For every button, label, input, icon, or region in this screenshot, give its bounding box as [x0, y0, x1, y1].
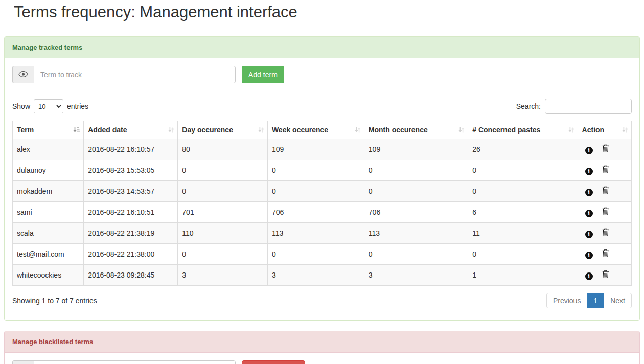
column-header-added-date[interactable]: Added date: [84, 121, 178, 139]
cell-actions: i: [578, 244, 631, 265]
table-row: scala2016-08-22 21:38:1911011311311i: [13, 223, 632, 244]
table-row: sami2016-08-22 16:10:517017067066i: [13, 202, 632, 223]
page-title: Terms frequency: Management interface: [4, 0, 640, 27]
delete-term-button[interactable]: [602, 165, 609, 173]
cell-added-date: 2016-08-23 09:28:45: [84, 265, 178, 286]
tracked-terms-panel: Manage tracked terms Add term Show 10 en…: [4, 36, 640, 321]
delete-term-button[interactable]: [602, 186, 609, 194]
table-summary: Showing 1 to 7 of 7 entries: [12, 292, 97, 305]
blacklisted-terms-panel-header: Manage blacklisted terms: [5, 331, 639, 353]
show-term-info-button[interactable]: i: [585, 147, 593, 154]
cell-added-date: 2016-08-23 14:53:57: [84, 181, 178, 202]
info-circle-icon: i: [585, 231, 593, 238]
cell-added-date: 2016-08-22 16:10:51: [84, 202, 178, 223]
title-divider: [4, 27, 640, 27]
tracked-terms-panel-header: Manage tracked terms: [5, 37, 639, 58]
cell-month-occurence: 706: [364, 202, 468, 223]
delete-term-button[interactable]: [602, 270, 609, 278]
entries-per-page-select[interactable]: 10: [34, 99, 63, 113]
column-header-day-occurence[interactable]: Day occurence: [178, 121, 268, 139]
info-circle-icon: i: [585, 189, 593, 196]
term-input-group: [12, 66, 236, 83]
pagination-previous[interactable]: Previous: [546, 293, 587, 308]
trash-icon: [602, 251, 609, 259]
cell-day-occurence: 110: [178, 223, 268, 244]
table-row: dulaunoy2016-08-23 15:53:050000i: [13, 160, 632, 181]
blacklisted-terms-panel-body: [5, 353, 639, 364]
cell-term: dulaunoy: [13, 160, 84, 181]
eye-icon: [18, 71, 28, 79]
cell-term: mokaddem: [13, 181, 84, 202]
column-header-label: # Concerned pastes: [472, 126, 540, 134]
blacklist-term-form: [12, 360, 632, 364]
table-row: alex2016-08-22 16:10:578010910926i: [13, 139, 632, 160]
tracked-terms-panel-title: Manage tracked terms: [12, 43, 82, 51]
search-label: Search:: [516, 102, 541, 110]
blacklisted-terms-panel: Manage blacklisted terms: [4, 331, 640, 364]
column-header-month-occurence[interactable]: Month occurence: [364, 121, 468, 139]
cell-day-occurence: 0: [178, 244, 268, 265]
cell-week-occurence: 706: [267, 202, 364, 223]
sort-both-icon: [258, 127, 264, 133]
delete-term-button[interactable]: [602, 228, 609, 236]
column-header-label: Week occurence: [272, 126, 328, 134]
cell-week-occurence: 0: [267, 244, 364, 265]
pagination-next[interactable]: Next: [604, 293, 632, 308]
info-circle-icon: i: [585, 147, 593, 154]
show-term-info-button[interactable]: i: [585, 210, 593, 217]
tracked-terms-table: TermAdded dateDay occurenceWeek occurenc…: [12, 121, 632, 286]
show-term-info-button[interactable]: i: [585, 189, 593, 196]
show-term-info-button[interactable]: i: [585, 272, 593, 280]
sort-both-icon: [568, 127, 574, 133]
delete-term-button[interactable]: [602, 144, 609, 152]
table-row: whitecoockies2016-08-23 09:28:453331i: [13, 265, 632, 286]
table-footer: Showing 1 to 7 of 7 entries Previous 1 N…: [12, 292, 632, 312]
cell-term: alex: [13, 139, 84, 160]
add-term-button[interactable]: Add term: [242, 66, 284, 83]
cell-week-occurence: 113: [267, 223, 364, 244]
cell-day-occurence: 80: [178, 139, 268, 160]
cell-week-occurence: 0: [267, 181, 364, 202]
cell-term: sami: [13, 202, 84, 223]
tracked-terms-panel-body: Add term Show 10 entries Search: TermAdd…: [5, 58, 639, 320]
cell-actions: i: [578, 202, 631, 223]
column-header-week-occurence[interactable]: Week occurence: [267, 121, 364, 139]
blacklisted-terms-panel-title: Manage blacklisted terms: [12, 338, 93, 346]
table-search-input[interactable]: [545, 99, 632, 114]
term-to-blacklist-input[interactable]: [34, 360, 236, 364]
cell-added-date: 2016-08-22 16:10:57: [84, 139, 178, 160]
sort-both-icon: [168, 127, 174, 133]
table-header-row: TermAdded dateDay occurenceWeek occurenc…: [13, 121, 632, 139]
trash-icon: [602, 209, 609, 217]
eye-addon: [12, 66, 34, 83]
cell-month-occurence: 0: [364, 181, 468, 202]
column-header-label: Term: [17, 126, 34, 134]
delete-term-button[interactable]: [602, 207, 609, 215]
blacklist-term-button[interactable]: [242, 360, 305, 364]
cell-concerned-pastes: 6: [468, 202, 578, 223]
cell-actions: i: [578, 223, 631, 244]
delete-term-button[interactable]: [602, 249, 609, 257]
cell-term: test@mail.com: [13, 244, 84, 265]
cell-concerned-pastes: 0: [468, 160, 578, 181]
add-term-form: Add term: [12, 66, 632, 83]
trash-icon: [602, 167, 609, 175]
term-to-track-input[interactable]: [34, 66, 236, 83]
sort-ascending-icon: [73, 127, 80, 133]
entries-length-control: Show 10 entries: [12, 99, 88, 113]
show-term-info-button[interactable]: i: [585, 168, 593, 175]
column-header-action[interactable]: Action: [578, 121, 631, 139]
cell-week-occurence: 0: [267, 160, 364, 181]
cell-concerned-pastes: 1: [468, 265, 578, 286]
show-term-info-button[interactable]: i: [585, 231, 593, 238]
sort-both-icon: [458, 127, 465, 133]
column-header-term[interactable]: Term: [13, 121, 84, 139]
entries-label: entries: [67, 102, 88, 110]
column-header-label: Added date: [88, 126, 127, 134]
show-term-info-button[interactable]: i: [585, 252, 593, 259]
column-header-label: Month occurence: [369, 126, 428, 134]
pagination-page-1[interactable]: 1: [587, 293, 604, 308]
trash-icon: [602, 271, 609, 280]
trash-icon: [602, 230, 609, 238]
column-header-concerned-pastes[interactable]: # Concerned pastes: [468, 121, 578, 139]
